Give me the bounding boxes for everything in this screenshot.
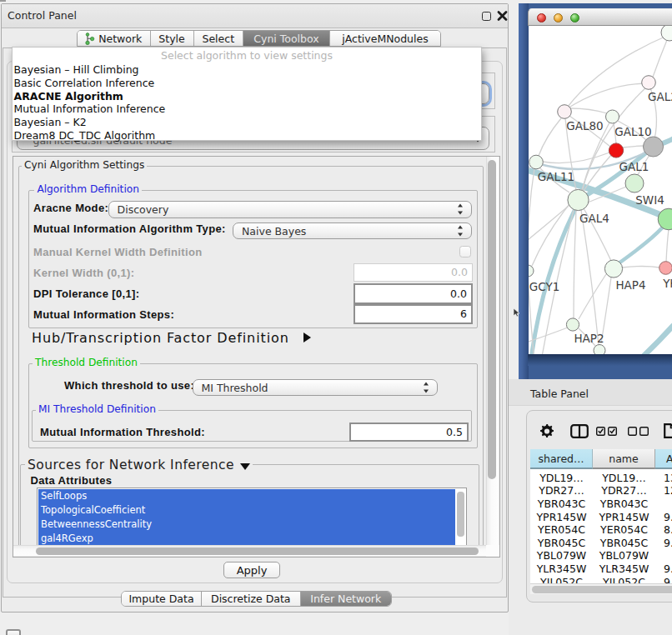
table-cell[interactable]: YPR145W	[530, 510, 593, 522]
network-edge[interactable]	[622, 267, 659, 268]
table-cell[interactable]: 8.	[664, 523, 672, 536]
gear-icon[interactable]	[539, 424, 554, 438]
vertical-scrollbar-thumb[interactable]	[488, 160, 496, 479]
table-cell[interactable]: YDR27…	[530, 484, 593, 497]
bottom-tab-discretize-data[interactable]: Discretize Data	[202, 592, 301, 606]
network-edge[interactable]	[566, 83, 649, 109]
horizontal-scrollbar[interactable]	[13, 545, 487, 556]
table-cell[interactable]: YBR043C	[593, 498, 655, 510]
which-threshold-combobox[interactable]: MI Threshold	[193, 379, 439, 396]
dropdown-item[interactable]: Basic Correlation Inference	[14, 76, 155, 88]
table-cell[interactable]: YBR045C	[593, 536, 655, 548]
table-cell[interactable]: YLR345W	[593, 562, 655, 575]
network-edge[interactable]	[643, 325, 672, 354]
network-node-GAL10[interactable]	[606, 110, 619, 123]
network-node-GAL80[interactable]	[558, 105, 572, 119]
list-item[interactable]: SelfLoops	[38, 489, 455, 503]
table-cell[interactable]: 13	[664, 471, 672, 483]
network-edge[interactable]	[623, 146, 644, 148]
network-edge[interactable]	[579, 274, 606, 319]
network-node-node-top[interactable]	[661, 26, 672, 41]
data-attributes-list[interactable]: SelfLoopsTopologicalCoefficientBetweenne…	[37, 488, 467, 547]
expand-arrow-icon[interactable]	[303, 332, 311, 342]
network-edge[interactable]	[529, 168, 534, 265]
tab-cyni-toolbox[interactable]: Cyni Toolbox	[243, 31, 330, 46]
network-node-GAL4[interactable]	[568, 189, 589, 210]
list-item[interactable]: BetweennessCentrality	[38, 518, 455, 532]
traffic-light-close-icon[interactable]	[537, 13, 546, 22]
bottom-tab-infer-network[interactable]: Infer Network	[301, 592, 392, 606]
table-cell[interactable]: YBR045C	[530, 536, 593, 548]
network-node-GAL2[interactable]	[642, 76, 656, 90]
bottom-tab-impute-data[interactable]: Impute Data	[122, 592, 202, 606]
tab-style[interactable]: Style	[151, 31, 194, 46]
traffic-light-zoom-icon[interactable]	[570, 13, 579, 22]
node-table[interactable]: shared…nameA…YDL19…YDL19…13YDR27…YDR27…1…	[530, 449, 672, 592]
dropdown-item[interactable]: Dream8 DC_TDC Algorithm	[14, 129, 156, 142]
network-node-HAP2[interactable]	[566, 318, 579, 331]
table-cell[interactable]: YLR345W	[530, 562, 593, 575]
table-cell[interactable]: YBL079W	[593, 549, 655, 562]
network-edge[interactable]	[570, 108, 607, 113]
table-cell[interactable]: YER054C	[530, 523, 593, 536]
network-edge[interactable]	[543, 152, 609, 163]
dropdown-item[interactable]: Bayesian – Hill Climbing	[14, 63, 139, 76]
table-cell[interactable]: 9.	[664, 536, 672, 548]
network-edge[interactable]	[531, 202, 579, 354]
network-node-GCY1[interactable]	[529, 265, 534, 277]
split-columns-icon[interactable]	[570, 424, 589, 438]
table-cell[interactable]: 9.	[664, 562, 672, 575]
network-canvas[interactable]: GAL2GAL80GAL10GAL1GAL11SWI4GAL4GCY1HAP4Y…	[529, 26, 672, 354]
manual-kernel-checkbox[interactable]	[459, 246, 471, 258]
network-node-node-salmon[interactable]	[659, 262, 672, 275]
table-cell[interactable]: YPR145W	[593, 510, 655, 522]
network-node-HAP4[interactable]	[604, 260, 622, 278]
table-scrollbar-thumb[interactable]	[532, 586, 672, 594]
dropdown-item[interactable]: Mutual Information Inference	[14, 102, 166, 115]
table-horizontal-scrollbar[interactable]	[530, 583, 672, 594]
deselect-all-icon[interactable]	[628, 427, 649, 436]
network-node-SWI4[interactable]	[625, 174, 644, 192]
dpi-tolerance-field[interactable]: 0.0	[354, 283, 473, 304]
collapse-arrow-icon[interactable]	[240, 463, 250, 470]
tab-jactivemnodules[interactable]: jActiveMNodules	[330, 31, 440, 46]
apply-button[interactable]: Apply	[223, 562, 280, 578]
horizontal-scrollbar-thumb[interactable]	[36, 548, 479, 555]
table-cell[interactable]: YDR27…	[593, 484, 655, 497]
tab-select[interactable]: Select	[194, 31, 244, 46]
mi-threshold-field[interactable]: 0.5	[349, 422, 469, 442]
list-item[interactable]: TopologicalCoefficient	[38, 503, 455, 518]
network-edge[interactable]	[666, 229, 669, 262]
table-cell[interactable]: 9.	[664, 510, 672, 522]
document-icon[interactable]	[664, 423, 672, 438]
column-header-shared…[interactable]: shared…	[530, 449, 593, 469]
float-window-icon[interactable]	[482, 12, 491, 21]
network-node-node-gray[interactable]	[644, 137, 664, 157]
select-all-icon[interactable]	[596, 427, 617, 436]
table-cell[interactable]: YBL079W	[530, 549, 593, 562]
mi-steps-field[interactable]: 6	[354, 304, 473, 325]
tab-network[interactable]: Network	[78, 31, 151, 46]
network-edge[interactable]	[539, 118, 561, 156]
network-node-GAL1[interactable]	[609, 143, 623, 158]
table-cell[interactable]: YDL19…	[593, 471, 655, 483]
network-edge[interactable]	[574, 210, 576, 318]
aracne-mode-combobox[interactable]: Discovery	[108, 201, 472, 218]
table-cell[interactable]: YBR043C	[530, 498, 593, 510]
network-edge[interactable]	[582, 122, 609, 190]
list-item[interactable]: gal4RGexp	[38, 532, 455, 546]
dropdown-item[interactable]: ARACNE Algorithm	[14, 89, 123, 102]
vertical-scrollbar[interactable]	[486, 157, 499, 546]
network-edge[interactable]	[652, 40, 667, 79]
close-icon[interactable]	[497, 9, 508, 22]
network-node-GAL11[interactable]	[529, 155, 544, 169]
network-node-node-bottom[interactable]	[594, 345, 605, 355]
traffic-light-minimize-icon[interactable]	[554, 13, 563, 22]
mi-algorithm-type-combobox[interactable]: Naive Bayes	[233, 222, 472, 240]
table-cell[interactable]: 12	[664, 484, 672, 497]
column-header-A…[interactable]: A…	[655, 449, 672, 469]
list-scrollbar-thumb[interactable]	[457, 492, 464, 537]
table-cell[interactable]: YER054C	[593, 523, 655, 536]
table-cell[interactable]: YDL19…	[530, 471, 593, 483]
dropdown-item[interactable]: Bayesian – K2	[14, 116, 87, 128]
